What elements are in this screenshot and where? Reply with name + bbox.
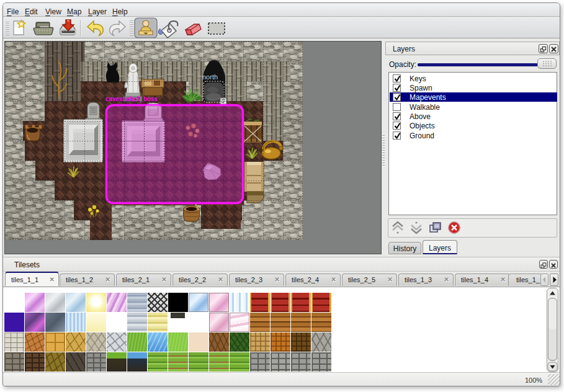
svg-text:north: north [202, 73, 218, 81]
svg-text:cavesnake2_boss: cavesnake2_boss [105, 96, 158, 102]
